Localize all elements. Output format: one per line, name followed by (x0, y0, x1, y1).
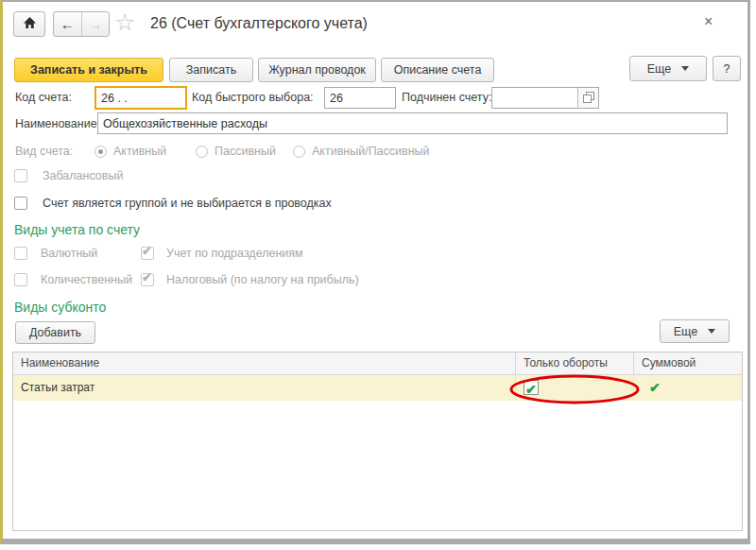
back-button[interactable]: ← (54, 12, 82, 36)
forward-arrow-icon: → (88, 16, 102, 32)
table-row[interactable]: Статьи затрат ✔ ✔ (13, 375, 742, 401)
quantitative-label: Количественный (41, 269, 132, 291)
check-icon: ✔ (525, 377, 537, 403)
tax-checkbox: ✔ (141, 273, 154, 286)
forward-button[interactable]: → (82, 12, 110, 36)
journal-button[interactable]: Журнал проводок (258, 58, 376, 82)
currency-label: Валютный (41, 243, 97, 265)
quantitative-checkbox (14, 273, 27, 286)
radio-active-passive-label: Активный/Пассивный (312, 141, 430, 163)
name-input[interactable] (97, 112, 728, 134)
chevron-down-icon (708, 329, 715, 334)
offbalance-label: Забалансовый (43, 165, 123, 187)
more-label: Еще (647, 62, 671, 76)
parent-account-input[interactable] (492, 88, 578, 108)
home-icon (23, 16, 37, 33)
accounting-kinds-header: Виды учета по счету (14, 222, 140, 237)
quick-code-input[interactable] (324, 87, 396, 109)
window-title: 26 (Счет бухгалтерского учета) (150, 15, 368, 32)
column-total: Суммовой (634, 352, 742, 374)
code-label: Код счета: (15, 87, 72, 109)
row-only-turnover-cell: ✔ (516, 375, 634, 401)
home-button[interactable] (13, 11, 45, 37)
by-division-label: Учет по подразделениям (166, 243, 303, 265)
is-group-label: Счет является группой и не выбирается в … (43, 193, 332, 215)
save-button[interactable]: Записать (169, 58, 253, 82)
offbalance-checkbox (14, 169, 27, 182)
parent-account-label: Подчинен счету: (402, 87, 491, 109)
parent-account-field (491, 87, 599, 109)
total-check-icon: ✔ (649, 375, 661, 401)
column-name: Наименование (13, 352, 516, 374)
account-kind-label: Вид счета: (15, 141, 73, 163)
code-input[interactable] (94, 86, 187, 110)
quick-code-label: Код быстрого выбора: (192, 87, 314, 109)
help-button[interactable]: ? (713, 56, 741, 81)
parent-account-choose-button[interactable] (577, 88, 598, 108)
favorite-star-icon[interactable]: ☆ (114, 9, 135, 35)
more-button-subconto[interactable]: Еще (660, 319, 730, 343)
subconto-table-header: Наименование Только обороты Суммовой (13, 352, 742, 375)
radio-passive (196, 146, 208, 158)
radio-active-label: Активный (113, 141, 166, 163)
history-nav-group: ← → (53, 11, 110, 37)
more-label: Еще (674, 325, 697, 338)
account-form-window: ← → ☆ 26 (Счет бухгалтерского учета) × З… (0, 0, 750, 544)
is-group-checkbox[interactable] (14, 197, 27, 210)
subconto-header: Виды субконто (14, 300, 106, 315)
only-turnover-checkbox[interactable]: ✔ (524, 380, 539, 395)
radio-active (94, 146, 107, 158)
by-division-checkbox: ✔ (141, 247, 154, 260)
add-button[interactable]: Добавить (15, 321, 95, 344)
chevron-down-icon (681, 66, 689, 71)
close-icon[interactable]: × (704, 13, 713, 30)
check-icon: ✔ (142, 244, 152, 258)
choose-icon (583, 90, 594, 107)
row-name-cell: Статьи затрат (13, 375, 516, 401)
row-total-cell: ✔ (634, 375, 742, 401)
account-description-button[interactable]: Описание счета (381, 58, 494, 82)
radio-passive-label: Пассивный (215, 141, 276, 163)
back-arrow-icon: ← (60, 16, 75, 32)
tax-label: Налоговый (по налогу на прибыль) (166, 269, 359, 291)
currency-checkbox (14, 247, 27, 260)
subconto-table: Наименование Только обороты Суммовой Ста… (12, 352, 743, 531)
name-label: Наименование: (15, 113, 100, 135)
save-and-close-button[interactable]: Записать и закрыть (14, 58, 163, 82)
column-only-turnover: Только обороты (516, 352, 634, 374)
check-icon: ✔ (142, 270, 152, 284)
more-button-toolbar[interactable]: Еще (629, 56, 707, 81)
radio-active-passive (293, 146, 305, 158)
